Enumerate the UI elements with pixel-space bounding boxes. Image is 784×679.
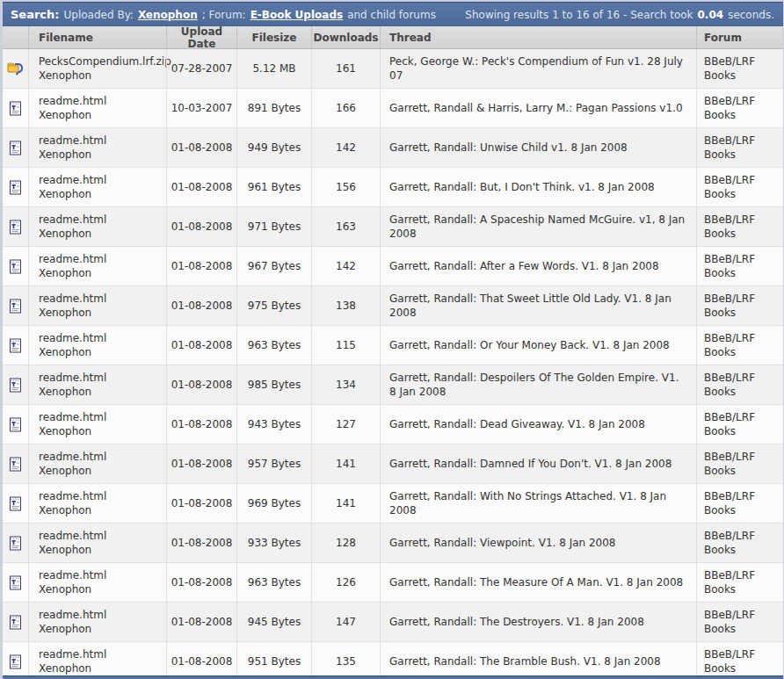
column-header-filename: Filename <box>28 26 166 48</box>
table-row: readme.html Xenophon 01-08-2008 975 Byte… <box>3 286 783 326</box>
uploader-name[interactable]: Xenophon <box>39 622 166 636</box>
forum-name-link[interactable]: BBeB/LRF Books <box>704 331 780 359</box>
uploader-name[interactable]: Xenophon <box>39 148 166 162</box>
thread-link[interactable]: Garrett, Randall: The Measure Of A Man. … <box>389 575 686 589</box>
thread-link[interactable]: Garrett, Randall & Harris, Larry M.: Pag… <box>389 101 686 115</box>
forum-cell: BBeB/LRF Books <box>696 444 783 483</box>
column-header-filesize: Filesize <box>236 26 311 48</box>
forum-name-link[interactable]: BBeB/LRF Books <box>704 134 780 162</box>
uploader-name[interactable]: Xenophon <box>39 582 166 596</box>
filetype-cell <box>3 444 28 483</box>
thread-link[interactable]: Garrett, Randall: Damned If You Don't. V… <box>389 457 686 471</box>
thread-link[interactable]: Garrett, Randall: Dead Giveaway. V1. 8 J… <box>389 417 686 431</box>
filename-link[interactable]: readme.html <box>39 647 166 661</box>
uploader-name[interactable]: Xenophon <box>39 227 166 241</box>
filename-cell: readme.html Xenophon <box>28 247 166 285</box>
filename-link[interactable]: readme.html <box>39 489 166 503</box>
forum-link[interactable]: E-Book Uploads <box>250 9 344 21</box>
uploader-name[interactable]: Xenophon <box>39 503 166 517</box>
filename-link[interactable]: readme.html <box>39 173 166 187</box>
thread-link[interactable]: Peck, George W.: Peck's Compendium of Fu… <box>389 54 686 83</box>
filename-link[interactable]: readme.html <box>39 529 166 543</box>
filetype-cell <box>3 484 28 523</box>
forum-name-link[interactable]: BBeB/LRF Books <box>704 371 780 399</box>
uploader-name[interactable]: Xenophon <box>39 266 166 280</box>
thread-cell: Garrett, Randall: That Sweet Little Old … <box>380 286 696 325</box>
uploader-name[interactable]: Xenophon <box>39 108 166 122</box>
thread-link[interactable]: Garrett, Randall: Despoilers Of The Gold… <box>389 371 686 399</box>
forum-name-link[interactable]: BBeB/LRF Books <box>704 529 780 557</box>
thread-link[interactable]: Garrett, Randall: With No Strings Attach… <box>389 489 686 517</box>
filename-link[interactable]: readme.html <box>39 252 166 266</box>
uploader-name[interactable]: Xenophon <box>39 345 166 359</box>
forum-name-link[interactable]: BBeB/LRF Books <box>704 94 780 122</box>
table-header-row: Filename Upload Date Filesize Downloads … <box>3 26 783 49</box>
forum-name-link[interactable]: BBeB/LRF Books <box>704 647 780 675</box>
filetype-cell <box>3 247 28 285</box>
filetype-cell <box>3 89 28 127</box>
forum-name-link[interactable]: BBeB/LRF Books <box>704 173 780 201</box>
filename-link[interactable]: readme.html <box>39 568 166 582</box>
forum-name-link[interactable]: BBeB/LRF Books <box>704 54 780 83</box>
filename-link[interactable]: readme.html <box>39 450 166 464</box>
filename-cell: readme.html Xenophon <box>28 405 166 444</box>
column-header-icon-spacer <box>3 26 28 48</box>
uploader-name[interactable]: Xenophon <box>39 424 166 438</box>
downloads-cell: 142 <box>311 247 380 285</box>
upload-date-cell: 01-08-2008 <box>166 524 236 562</box>
forum-name-link[interactable]: BBeB/LRF Books <box>704 568 780 596</box>
thread-link[interactable]: Garrett, Randall: Or Your Money Back. V1… <box>389 338 686 352</box>
filename-link[interactable]: readme.html <box>39 331 166 345</box>
thread-link[interactable]: Garrett, Randall: After a Few Words. V1.… <box>389 259 686 273</box>
forum-name-link[interactable]: BBeB/LRF Books <box>704 450 780 478</box>
uploader-name[interactable]: Xenophon <box>39 543 166 557</box>
filename-cell: readme.html Xenophon <box>28 563 166 602</box>
upload-date-cell: 01-08-2008 <box>166 247 236 285</box>
thread-cell: Garrett, Randall: Viewpoint. V1. 8 Jan 2… <box>380 524 696 562</box>
forum-cell: BBeB/LRF Books <box>696 405 783 444</box>
filename-link[interactable]: readme.html <box>39 292 166 306</box>
forum-name-link[interactable]: BBeB/LRF Books <box>704 410 780 438</box>
filename-link[interactable]: readme.html <box>39 134 166 148</box>
filename-cell: readme.html Xenophon <box>28 603 166 641</box>
thread-cell: Garrett, Randall: After a Few Words. V1.… <box>380 247 696 285</box>
thread-link[interactable]: Garrett, Randall: The Bramble Bush. V1. … <box>389 654 686 668</box>
filename-link[interactable]: readme.html <box>39 94 166 108</box>
thread-link[interactable]: Garrett, Randall: That Sweet Little Old … <box>389 292 686 320</box>
uploader-name[interactable]: Xenophon <box>39 385 166 399</box>
forum-cell: BBeB/LRF Books <box>696 207 783 246</box>
thread-link[interactable]: Garrett, Randall: Unwise Child v1. 8 Jan… <box>389 141 686 155</box>
forum-name-link[interactable]: BBeB/LRF Books <box>704 213 780 241</box>
uploader-name[interactable]: Xenophon <box>39 306 166 320</box>
forum-name-link[interactable]: BBeB/LRF Books <box>704 252 780 280</box>
uploader-link[interactable]: Xenophon <box>138 9 198 21</box>
uploader-name[interactable]: Xenophon <box>39 661 166 675</box>
upload-date-cell: 07-28-2007 <box>166 49 236 88</box>
forum-name-link[interactable]: BBeB/LRF Books <box>704 608 780 636</box>
filename-link[interactable]: readme.html <box>39 608 166 622</box>
filename-link[interactable]: PecksCompendium.lrf.zip <box>39 54 166 69</box>
uploader-name[interactable]: Xenophon <box>39 464 166 478</box>
thread-link[interactable]: Garrett, Randall: The Destroyers. V1. 8 … <box>389 615 686 629</box>
uploader-name[interactable]: Xenophon <box>39 187 166 201</box>
filesize-cell: 949 Bytes <box>236 128 311 167</box>
thread-link[interactable]: Garrett, Randall: But, I Don't Think. v1… <box>389 180 686 194</box>
filetype-cell <box>3 168 28 206</box>
thread-link[interactable]: Garrett, Randall: A Spaceship Named McGu… <box>389 213 686 241</box>
filesize-cell: 957 Bytes <box>236 444 311 483</box>
upload-date-cell: 01-08-2008 <box>166 405 236 444</box>
forum-cell: BBeB/LRF Books <box>696 49 783 88</box>
downloads-cell: 138 <box>311 286 380 325</box>
forum-name-link[interactable]: BBeB/LRF Books <box>704 292 780 320</box>
html-file-icon <box>7 574 24 591</box>
filename-link[interactable]: readme.html <box>39 371 166 385</box>
filename-link[interactable]: readme.html <box>39 213 166 227</box>
upload-date-cell: 01-08-2008 <box>166 286 236 325</box>
forum-name-link[interactable]: BBeB/LRF Books <box>704 489 780 517</box>
thread-link[interactable]: Garrett, Randall: Viewpoint. V1. 8 Jan 2… <box>389 536 686 550</box>
filename-cell: readme.html Xenophon <box>28 484 166 523</box>
thread-cell: Garrett, Randall & Harris, Larry M.: Pag… <box>380 89 696 127</box>
filename-link[interactable]: readme.html <box>39 410 166 424</box>
downloads-cell: 147 <box>311 603 380 641</box>
uploader-name[interactable]: Xenophon <box>39 69 166 83</box>
